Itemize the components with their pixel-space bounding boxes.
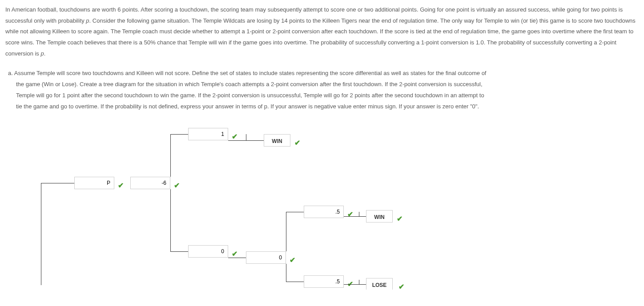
input-probability-1[interactable] — [188, 128, 228, 140]
part-a-line1: Assume Temple will score two touchdowns … — [14, 70, 487, 76]
tree-p5a-hline — [286, 212, 304, 212]
input-probability-p5b[interactable] — [304, 275, 344, 288]
check-icon: ✔ — [294, 136, 300, 150]
check-icon: ✔ — [397, 212, 402, 226]
part-a-question: a. Assume Temple will score two touchdow… — [5, 68, 639, 112]
part-a-line4: tie the game and go to overtime. If the … — [8, 101, 639, 112]
input-state-neg6[interactable] — [130, 177, 170, 189]
tree-0-vline-up — [286, 212, 286, 251]
input-probability-p5a[interactable] — [304, 206, 344, 218]
tree-1-win-vsmall — [246, 134, 246, 140]
check-icon: ✔ — [398, 280, 404, 290]
problem-text-3: . — [44, 50, 46, 57]
check-icon: ✔ — [232, 130, 237, 143]
tree-p5a-win-hline — [344, 216, 366, 217]
check-icon: ✔ — [347, 208, 353, 221]
outcome-win-2: WIN — [366, 210, 393, 223]
check-icon: ✔ — [232, 247, 237, 261]
tree-1-win-hline — [228, 140, 264, 141]
tree-0b-hline-conn — [228, 258, 246, 258]
tree-0-vline-down — [286, 264, 286, 282]
check-icon: ✔ — [174, 179, 180, 192]
problem-text-2: . Consider the following game situation.… — [5, 17, 636, 57]
check-icon: ✔ — [118, 179, 124, 192]
tree-p5b-hline — [286, 282, 304, 282]
decision-tree: ✔ ✔ ✔ WIN ✔ ✔ ✔ ✔ WIN ✔ ✔ LOSE ✔ — [5, 125, 639, 285]
problem-description: In American football, touchdowns are wor… — [5, 4, 639, 59]
tree-1-hline — [170, 134, 188, 135]
check-icon: ✔ — [347, 278, 353, 290]
part-a-marker: a. — [8, 70, 14, 76]
tree-neg6-vline-up — [170, 134, 171, 177]
tree-p5b-lose-vsmall — [359, 280, 359, 284]
part-a-line3: Temple will go for 1 point after the sec… — [8, 90, 639, 101]
tree-p5a-win-vsmall — [359, 212, 359, 216]
tree-neg6-vline-down — [170, 189, 171, 251]
tree-root-vline — [41, 183, 41, 285]
outcome-win-1: WIN — [264, 134, 290, 147]
p-var-1: p — [86, 17, 89, 24]
p-var-2: p — [40, 50, 44, 57]
tree-p-hline — [41, 183, 74, 183]
input-state-0[interactable] — [246, 251, 286, 264]
part-a-line2: the game (Win or Lose). Create a tree di… — [8, 79, 639, 90]
check-icon: ✔ — [290, 254, 295, 267]
input-probability-p[interactable] — [74, 177, 114, 189]
outcome-lose: LOSE — [366, 278, 393, 290]
tree-p5b-lose-hline — [344, 284, 366, 285]
input-probability-0a[interactable] — [188, 245, 228, 258]
tree-0a-hline — [170, 251, 188, 252]
